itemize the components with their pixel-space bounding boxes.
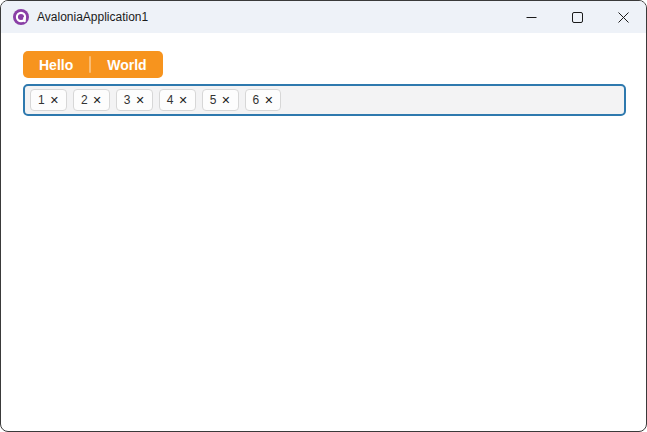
tag-chip: 6 ✕	[245, 89, 282, 111]
tag-remove-icon[interactable]: ✕	[264, 95, 273, 106]
tag-remove-icon[interactable]: ✕	[178, 95, 187, 106]
hello-world-button-group: Hello World	[23, 51, 163, 78]
titlebar[interactable]: AvaloniaApplication1	[1, 1, 646, 33]
minimize-icon	[526, 12, 537, 23]
tag-label: 3	[124, 94, 131, 106]
maximize-icon	[572, 12, 583, 23]
content-area: Hello World 1 ✕ 2 ✕ 3 ✕ 4 ✕ 5 ✕	[1, 33, 646, 116]
tags-input-field[interactable]: 1 ✕ 2 ✕ 3 ✕ 4 ✕ 5 ✕ 6 ✕	[23, 84, 626, 116]
hello-button[interactable]: Hello	[23, 51, 89, 78]
tag-chip: 3 ✕	[116, 89, 153, 111]
world-button[interactable]: World	[91, 51, 162, 78]
avalonia-logo-icon	[13, 9, 29, 25]
tag-label: 6	[253, 94, 260, 106]
tag-chip: 4 ✕	[159, 89, 196, 111]
tag-label: 4	[167, 94, 174, 106]
tag-remove-icon[interactable]: ✕	[93, 95, 102, 106]
tag-remove-icon[interactable]: ✕	[221, 95, 230, 106]
maximize-button[interactable]	[554, 1, 600, 33]
tag-chip: 2 ✕	[73, 89, 110, 111]
tag-chip: 5 ✕	[202, 89, 239, 111]
tag-remove-icon[interactable]: ✕	[50, 95, 59, 106]
tag-chip: 1 ✕	[30, 89, 67, 111]
close-button[interactable]	[600, 1, 646, 33]
app-window: AvaloniaApplication1 Hello World	[0, 0, 647, 432]
tag-label: 2	[81, 94, 88, 106]
tag-label: 1	[38, 94, 45, 106]
tag-label: 5	[210, 94, 217, 106]
minimize-button[interactable]	[508, 1, 554, 33]
window-title: AvaloniaApplication1	[37, 10, 148, 24]
close-icon	[618, 12, 629, 23]
tag-remove-icon[interactable]: ✕	[136, 95, 145, 106]
